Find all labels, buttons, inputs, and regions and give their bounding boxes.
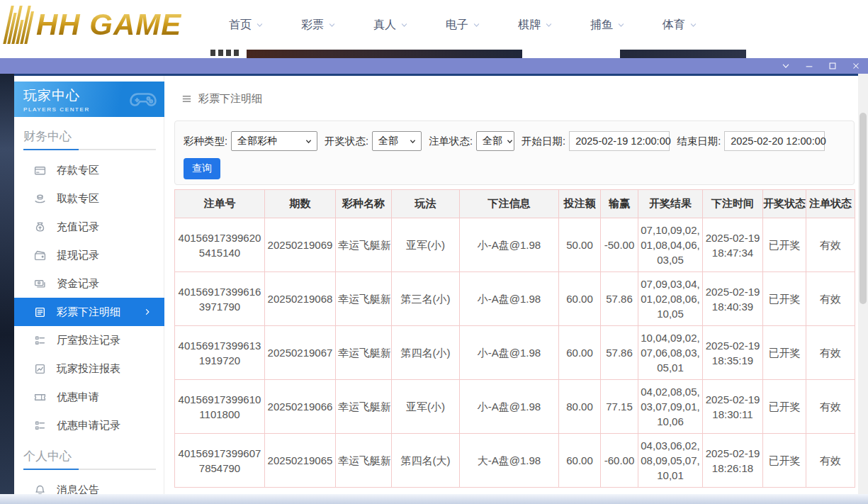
nav-item-label: 棋牌: [518, 18, 541, 33]
vertical-scrollbar[interactable]: [858, 74, 868, 494]
sidebar-section-label: 财务中心: [23, 128, 164, 145]
start-date-label: 开始日期:: [522, 135, 565, 148]
cell-1-4: 小-A盘@1.98: [460, 272, 559, 326]
sidebar-item-0-8[interactable]: 优惠申请: [14, 383, 164, 411]
cell-1-2: 幸运飞艇新: [336, 272, 392, 326]
lottery-type-value: 全部彩种: [237, 135, 277, 147]
bets-table-wrap: 注单号期数彩种名称玩法下注信息投注额输赢开奖结果下注时间开奖状态注单状态 401…: [174, 189, 855, 488]
cell-1-10: 有效: [806, 272, 855, 326]
table-body: 40156917399620541514020250219069幸运飞艇新亚军(…: [175, 218, 855, 488]
nav-item-3[interactable]: 电子: [446, 18, 480, 33]
nav-item-6[interactable]: 体育: [663, 18, 697, 33]
table-row-3: 40156917399610110180020250219066幸运飞艇新亚军(…: [175, 380, 855, 434]
background-banner-fragment: [620, 50, 746, 58]
cell-0-3: 亚军(小): [392, 218, 460, 272]
cell-1-8: 2025-02-19 18:40:39: [703, 272, 763, 326]
maximize-button[interactable]: [828, 61, 838, 71]
page-title: 彩票下注明细: [198, 92, 262, 106]
cell-3-7: 04,02,08,05,03,07,09,01,10,06: [638, 380, 703, 434]
order-status-label: 注单状态:: [429, 135, 473, 148]
sidebar-item-0-6[interactable]: 厅室投注记录: [14, 326, 164, 354]
sidebar-item-label: 优惠申请: [57, 391, 99, 404]
nav-item-2[interactable]: 真人: [373, 18, 408, 33]
document-icon: [34, 306, 46, 318]
cell-3-1: 20250219066: [265, 380, 336, 434]
cell-4-7: 04,03,06,02,08,09,05,07,10,01: [638, 434, 703, 488]
cell-3-0: 401569173996101101800: [175, 380, 265, 434]
end-date-input[interactable]: 2025-02-20 12:00:00: [724, 131, 825, 151]
nav-item-5[interactable]: 捕鱼: [590, 18, 625, 33]
gamepad-icon: [126, 85, 160, 113]
sidebar-menu: 财务中心存款专区取款专区充值记录提现记录资金记录彩票下注明细厅室投注记录玩家投注…: [14, 120, 164, 504]
chevron-down-icon: [689, 21, 697, 29]
order-status-select[interactable]: 全部: [476, 131, 514, 151]
list-icon: [34, 335, 46, 347]
sidebar-item-0-2[interactable]: 充值记录: [14, 213, 164, 241]
nav-item-4[interactable]: 棋牌: [518, 18, 553, 33]
chevron-down-icon: [473, 21, 480, 29]
top-nav: 首页彩票真人电子棋牌捕鱼体育: [229, 0, 697, 50]
column-header-5: 投注额: [559, 190, 601, 218]
order-status-value: 全部: [483, 135, 502, 147]
cell-3-6: 77.15: [601, 380, 638, 434]
minimize-button[interactable]: [804, 61, 814, 71]
cell-1-7: 07,09,03,04,01,02,08,06,10,05: [638, 272, 703, 326]
cell-0-2: 幸运飞艇新: [336, 218, 392, 272]
scrollbar-thumb[interactable]: [859, 113, 867, 304]
column-header-2: 彩种名称: [336, 190, 392, 218]
logo-text: HH GAME: [36, 8, 181, 42]
cell-3-9: 已开奖: [763, 380, 806, 434]
sidebar-item-0-1[interactable]: 取款专区: [14, 184, 164, 213]
cell-2-10: 有效: [806, 326, 855, 380]
cell-1-5: 60.00: [559, 272, 601, 326]
search-button[interactable]: 查询: [184, 158, 220, 179]
brand-logo[interactable]: HH GAME: [7, 3, 181, 47]
cell-2-3: 第四名(小): [392, 326, 460, 380]
filter-row: 彩种类型: 全部彩种 开奖状态: 全部 注单状态: 全部 开始日期: 2025-…: [184, 131, 825, 151]
cell-0-8: 2025-02-19 18:47:34: [703, 218, 763, 272]
hamburger-icon[interactable]: [181, 94, 192, 104]
sidebar-item-0-3[interactable]: 提现记录: [14, 241, 164, 269]
nav-item-label: 电子: [446, 18, 468, 33]
bank-card-icon: [34, 164, 46, 177]
nav-item-0[interactable]: 首页: [229, 18, 264, 33]
chevron-down-icon: [409, 138, 417, 145]
lottery-type-label: 彩种类型:: [184, 135, 227, 148]
start-date-input[interactable]: 2025-02-19 12:00:00: [569, 131, 670, 151]
cell-0-1: 20250219069: [265, 218, 336, 272]
column-header-3: 玩法: [392, 190, 460, 218]
sidebar-header: 玩家中心 PLAYERS CENTER: [14, 82, 164, 117]
draw-status-select[interactable]: 全部: [372, 131, 422, 151]
cell-2-6: 57.86: [601, 326, 638, 380]
sidebar-item-label: 取款专区: [57, 192, 99, 206]
section-divider: [23, 469, 156, 470]
close-button[interactable]: [851, 61, 861, 71]
column-header-10: 注单状态: [806, 190, 855, 218]
chevron-down-icon: [400, 21, 408, 29]
window-dropdown-button[interactable]: [781, 61, 791, 71]
cell-2-1: 20250219067: [265, 326, 336, 380]
sidebar-item-0-4[interactable]: 资金记录: [14, 269, 164, 298]
sidebar-item-0-5[interactable]: 彩票下注明细: [14, 298, 164, 326]
draw-status-label: 开奖状态:: [325, 135, 368, 148]
cell-1-9: 已开奖: [763, 272, 806, 326]
cell-4-0: 401569173996077854790: [175, 434, 265, 488]
cell-0-7: 07,10,09,02,01,08,04,06,03,05: [638, 218, 703, 272]
nav-item-1[interactable]: 彩票: [301, 18, 336, 33]
sidebar-item-0-0[interactable]: 存款专区: [14, 156, 164, 184]
table-row-1: 40156917399616397179020250219068幸运飞艇新第三名…: [175, 272, 855, 326]
cell-0-9: 已开奖: [763, 218, 806, 272]
cell-1-1: 20250219068: [265, 272, 336, 326]
chevron-right-icon: [143, 308, 155, 316]
sidebar-item-0-7[interactable]: 玩家投注报表: [14, 354, 164, 383]
table-row-0: 40156917399620541514020250219069幸运飞艇新亚军(…: [175, 218, 855, 272]
nav-item-label: 捕鱼: [590, 18, 613, 33]
chevron-down-icon: [328, 21, 336, 29]
sidebar: 玩家中心 PLAYERS CENTER 财务中心存款专区取款专区充值记录提现记录…: [14, 76, 164, 494]
cell-1-3: 第三名(小): [392, 272, 460, 326]
lottery-type-select[interactable]: 全部彩种: [231, 131, 317, 151]
sidebar-item-0-9[interactable]: 优惠申请记录: [14, 411, 164, 439]
hand-money-icon: [34, 193, 46, 205]
coupon-icon: [34, 391, 46, 403]
chevron-down-icon: [506, 138, 514, 145]
